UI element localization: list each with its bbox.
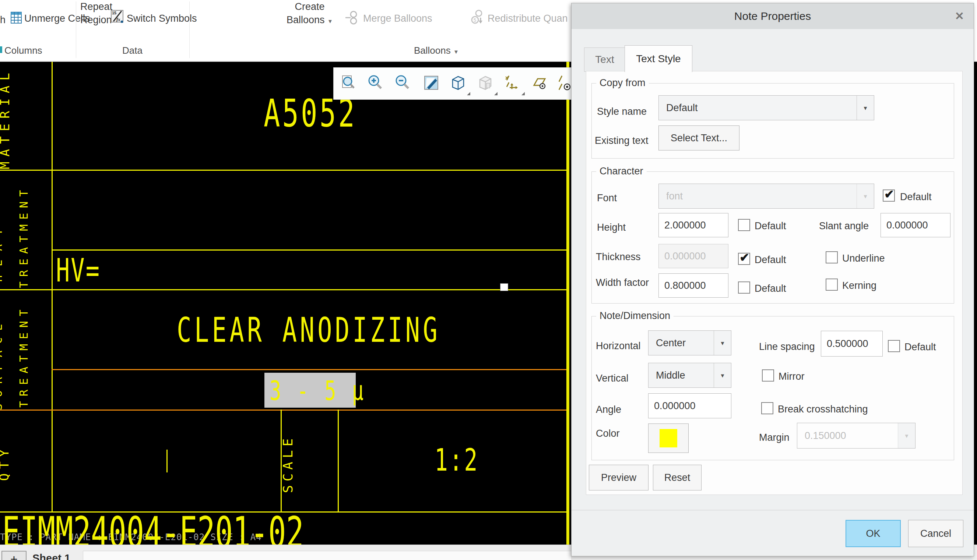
font-dropdown: font ▼ [658,183,874,208]
vertical-dropdown[interactable]: Middle ▼ [648,363,731,388]
switch-symbols-icon: 15 fx [110,10,124,25]
select-text-button[interactable]: Select Text... [658,125,739,150]
row-label-surface: SURFACE [0,318,4,410]
kerning-label: Kerning [842,281,877,291]
copy-from-group: Copy from [591,83,954,158]
balloons-group-label[interactable]: Balloons ▼ [414,45,459,56]
view-manager-icon[interactable] [477,74,494,93]
dialog-titlebar[interactable]: Note Properties ✕ [572,3,974,29]
row-label-heat: HEAT [0,220,4,282]
color-label: Color [596,428,620,438]
height-label: Height [597,223,626,233]
row-label-surface-treatment: TREATMENT [18,305,30,408]
line-spacing-default-label: Default [905,342,936,352]
line-spacing-label: Line spacing [759,342,815,352]
row-label-heat-treatment: TREATMENT [18,185,30,288]
line-spacing-field[interactable]: 0.500000 [821,331,883,357]
unmerge-cells-icon [10,19,23,25]
new-sheet-button[interactable]: + [2,551,27,560]
tab-text-style[interactable]: Text Style [624,45,693,72]
svg-text:5: 5 [473,17,476,23]
row-label-qty: QTY [0,445,10,481]
angle-label: Angle [596,405,621,415]
close-icon[interactable]: ✕ [955,3,964,29]
hardness-value[interactable]: HV= [56,255,100,287]
qty-value-mark[interactable] [166,450,167,472]
vertical-label: Vertical [596,373,629,383]
datum-display-icon[interactable]: x [504,74,521,93]
flyout-indicator [522,92,525,95]
sheet-tab[interactable]: Sheet 1 [32,552,70,560]
mirror-checkbox[interactable] [762,369,774,382]
kerning-checkbox[interactable] [826,278,838,291]
merge-balloons-icon [345,10,361,27]
cancel-button[interactable]: Cancel [908,520,964,547]
svg-text:fx: fx [116,17,120,22]
selected-table-line [52,369,567,370]
zoom-fit-icon[interactable] [340,74,356,93]
underline-checkbox[interactable] [826,251,838,263]
ribbon-separator [189,2,190,58]
preview-button[interactable]: Preview [589,465,649,490]
chevron-down-icon: ▼ [857,184,874,208]
unmerge-cells-button[interactable] [10,11,23,26]
angle-field[interactable]: 0.000000 [648,393,731,418]
character-legend: Character [596,165,647,177]
surface-finish-value[interactable]: CLEAR ANODIZING [177,313,440,347]
row-label-material: MATERIAL [0,68,11,169]
clipped-ribbon-label: h [0,15,5,26]
repaint-icon[interactable] [423,74,440,93]
zoom-out-icon[interactable] [394,74,411,93]
redistribute-quantities-icon: 5 [471,10,486,27]
height-default-checkbox[interactable] [738,219,750,231]
slant-angle-label: Slant angle [819,221,869,231]
repeat-region-button[interactable]: Repeat Region [80,2,114,42]
plane-display-icon[interactable] [530,74,547,93]
view-orientation-icon[interactable] [449,74,466,93]
horizontal-dropdown[interactable]: Center ▼ [648,330,731,355]
dialog-title: Note Properties [572,3,974,29]
ribbon-separator [76,2,76,58]
material-value[interactable]: A5052 [264,94,357,132]
columns-group-icon [0,47,2,53]
zoom-in-icon[interactable] [367,74,384,93]
merge-balloons-label[interactable]: Merge Balloons [363,13,432,24]
redistribute-quantities-label[interactable]: Redistribute Quan [488,13,568,24]
tab-text[interactable]: Text [584,47,625,72]
scale-value[interactable]: 1:2 [435,445,479,475]
width-factor-default-checkbox[interactable] [738,282,750,293]
width-factor-field[interactable]: 0.800000 [658,273,728,298]
reset-button[interactable]: Reset [653,465,701,490]
table-line [0,170,567,171]
columns-group-label: Columns [4,45,42,56]
color-button[interactable] [648,423,689,453]
horizontal-label: Horizontal [596,341,641,351]
table-line [0,289,567,290]
ok-button[interactable]: OK [845,520,901,547]
font-default-checkbox[interactable] [883,190,895,202]
switch-symbols-label[interactable]: Switch Symbols [127,13,197,24]
view-toolbar: x [333,67,572,100]
copy-from-legend: Copy from [596,77,649,89]
data-group-label: Data [122,45,142,56]
height-field[interactable]: 2.000000 [658,213,728,237]
break-crosshatching-checkbox[interactable] [761,402,773,414]
thickness-default-checkbox[interactable] [738,253,750,265]
thickness-label: Thickness [596,252,641,262]
part-number-large: EIMM24004-E201-02 [2,512,304,545]
selected-table-line [0,410,567,411]
create-balloons-button[interactable]: Create Balloons ▼ [282,2,337,43]
chevron-down-icon: ▼ [714,363,731,387]
line-spacing-default-checkbox[interactable] [888,340,900,352]
footer-divider [572,510,974,510]
style-name-label: Style name [597,107,647,117]
underline-label: Underline [842,253,885,263]
table-line [338,410,339,513]
sheet-tab-strip [83,551,572,560]
slant-angle-field[interactable]: 0.000000 [880,213,950,237]
width-factor-default-label: Default [754,284,786,293]
chevron-down-icon: ▼ [714,331,731,355]
selected-note[interactable]: 3 - 5 μ [264,373,356,408]
selection-handle[interactable] [500,283,508,291]
style-name-dropdown[interactable]: Default ▼ [658,95,874,120]
